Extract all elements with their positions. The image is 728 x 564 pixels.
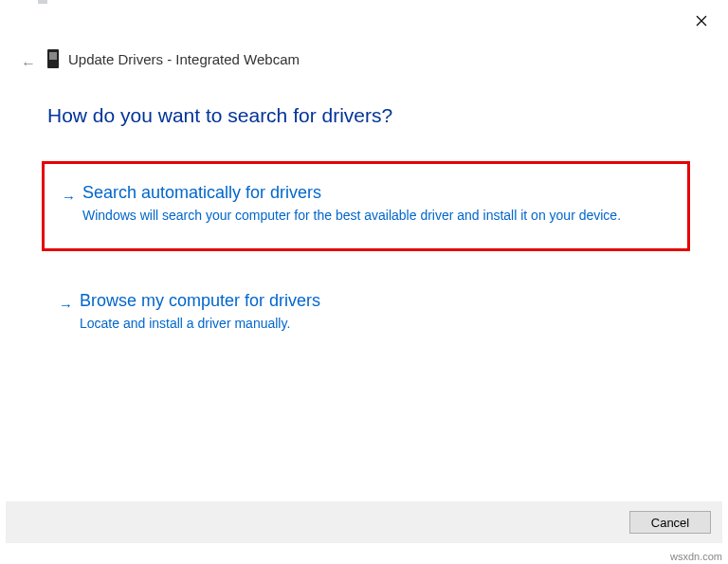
- option-title: Search automatically for drivers: [82, 183, 670, 203]
- options-list: → Search automatically for drivers Windo…: [42, 161, 690, 376]
- option-title: Browse my computer for drivers: [80, 291, 673, 311]
- arrow-left-icon: ←: [21, 55, 36, 71]
- arrow-right-icon: →: [62, 189, 76, 205]
- window-title: Update Drivers - Integrated Webcam: [68, 51, 300, 67]
- page-heading: How do you want to search for drivers?: [47, 104, 392, 127]
- device-icon: [47, 49, 59, 68]
- option-description: Windows will search your computer for th…: [82, 207, 670, 226]
- cancel-button[interactable]: Cancel: [629, 511, 711, 534]
- close-button[interactable]: [692, 11, 711, 30]
- option-content: Browse my computer for drivers Locate an…: [80, 291, 673, 334]
- arrow-right-icon: →: [59, 297, 73, 313]
- dialog-footer: Cancel: [6, 501, 722, 543]
- watermark: wsxdn.com: [670, 551, 722, 562]
- option-search-automatically[interactable]: → Search automatically for drivers Windo…: [42, 161, 690, 251]
- option-description: Locate and install a driver manually.: [80, 315, 673, 334]
- option-content: Search automatically for drivers Windows…: [82, 183, 670, 226]
- close-icon: [696, 15, 707, 27]
- option-browse-computer[interactable]: → Browse my computer for drivers Locate …: [42, 272, 690, 356]
- back-button[interactable]: ←: [21, 55, 36, 72]
- window-title-row: Update Drivers - Integrated Webcam: [47, 49, 300, 68]
